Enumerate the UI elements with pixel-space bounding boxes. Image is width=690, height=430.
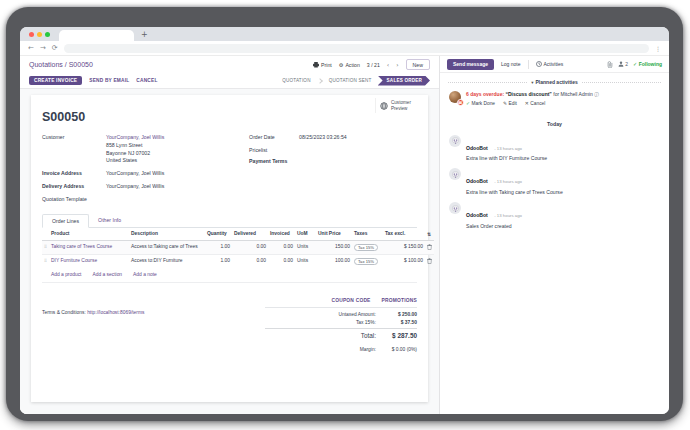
description-cell[interactable]: Access to:DIY Furniture <box>129 254 205 268</box>
col-taxes[interactable]: Taxes <box>352 228 383 241</box>
field-payment-terms: Payment Terms <box>249 158 417 164</box>
col-product[interactable]: Product <box>49 228 129 241</box>
trash-icon[interactable] <box>427 258 432 264</box>
field-label: Customer <box>42 134 106 165</box>
order-title: S00050 <box>42 110 417 124</box>
chatter-message[interactable]: OdooBot - 13 hours ago Extra line with T… <box>440 165 669 199</box>
paperclip-icon[interactable] <box>607 61 613 68</box>
mark-done-button[interactable]: ✓ Mark Done <box>466 101 495 106</box>
activities-button[interactable]: Activities <box>534 61 566 67</box>
new-button[interactable]: New <box>406 59 430 70</box>
add-a-section-link[interactable]: Add a section <box>92 272 122 277</box>
send-by-email-button[interactable]: SEND BY EMAIL <box>89 78 129 83</box>
coupon-code-button[interactable]: COUPON CODE <box>331 298 370 303</box>
print-button[interactable]: Print <box>313 62 332 68</box>
tax-badge[interactable]: Tax 15% <box>354 244 378 251</box>
log-note-button[interactable]: Log note <box>499 61 522 67</box>
product-cell[interactable]: DIY Furniture Course <box>51 258 97 263</box>
message-text: Extra line with Taking care of Trees Cou… <box>466 189 563 195</box>
chatter-message[interactable]: OdooBot - 13 hours ago Extra line with D… <box>440 132 669 166</box>
unit-price-cell[interactable]: 150.00 <box>316 240 352 254</box>
quantity-cell[interactable]: 1.00 <box>205 254 232 268</box>
create-invoice-button[interactable]: CREATE INVOICE <box>29 76 82 85</box>
col-invoiced[interactable]: Invoiced <box>268 228 295 241</box>
chevron-right-icon <box>317 78 323 84</box>
order-date-value[interactable]: 08/25/2023 03:26:54 <box>299 134 347 142</box>
notebook-tabs: Order Lines Other Info <box>42 214 417 228</box>
invoiced-cell[interactable]: 0.00 <box>268 254 295 268</box>
optional-columns-icon[interactable]: ⇅ <box>425 228 434 241</box>
divider <box>528 60 529 69</box>
customer-preview-button[interactable]: Customer Preview <box>375 98 421 113</box>
cancel-button[interactable]: CANCEL <box>136 78 157 83</box>
pager-next-icon[interactable]: › <box>396 61 398 68</box>
status-step-sales-order[interactable]: SALES ORDER <box>378 76 430 86</box>
table-row[interactable]: ⠿ Taking care of Trees Course Access to:… <box>42 240 434 254</box>
message-author[interactable]: OdooBot <box>466 145 488 151</box>
cancel-activity-button[interactable]: ✕ Cancel <box>525 101 545 106</box>
invoice-address-value[interactable]: YourCompany, Joel Willis <box>106 170 164 178</box>
customer-link[interactable]: YourCompany, Joel Willis <box>106 134 164 140</box>
maximize-window-icon[interactable] <box>45 32 50 37</box>
forward-icon[interactable]: → <box>40 45 46 52</box>
status-step-quotation[interactable]: QUOTATION <box>276 76 316 86</box>
address-bar[interactable] <box>64 44 649 53</box>
edit-activity-button[interactable]: ✎ Edit <box>503 101 517 106</box>
window-controls[interactable] <box>29 27 50 41</box>
send-message-button[interactable]: Send message <box>447 59 494 70</box>
message-timestamp: - 13 hours ago <box>494 213 522 218</box>
product-cell[interactable]: Taking care of Trees Course <box>51 244 112 249</box>
tab-order-lines[interactable]: Order Lines <box>42 214 89 228</box>
back-icon[interactable]: ← <box>28 45 34 52</box>
col-delivered[interactable]: Delivered <box>232 228 268 241</box>
tax-badge[interactable]: Tax 15% <box>354 258 378 265</box>
uom-cell[interactable]: Units <box>295 254 316 268</box>
delivered-cell[interactable]: 0.00 <box>232 240 268 254</box>
quantity-cell[interactable]: 1.00 <box>205 240 232 254</box>
unit-price-cell[interactable]: 100.00 <box>316 254 352 268</box>
status-step-quotation-sent[interactable]: QUOTATION SENT <box>323 76 378 86</box>
col-unit-price[interactable]: Unit Price <box>316 228 352 241</box>
uom-cell[interactable]: Units <box>295 240 316 254</box>
chatter-message[interactable]: OdooBot - 13 hours ago Sales Order creat… <box>440 199 669 233</box>
pager-prev-icon[interactable]: ‹ <box>387 61 389 68</box>
description-cell[interactable]: Access to:Taking care of Trees <box>129 240 205 254</box>
delivery-address-value[interactable]: YourCompany, Joel Willis <box>106 183 164 191</box>
trash-icon[interactable] <box>427 244 432 250</box>
promotions-button[interactable]: PROMOTIONS <box>382 298 417 303</box>
table-row[interactable]: ⠿ DIY Furniture Course Access to:DIY Fur… <box>42 254 434 268</box>
add-a-note-link[interactable]: Add a note <box>133 272 157 277</box>
minimize-window-icon[interactable] <box>37 32 42 37</box>
globe-icon <box>380 102 388 110</box>
terms-and-conditions: Terms & Conditions: http://localhost:806… <box>42 310 145 352</box>
planned-activities-header[interactable]: ▾ Planned activities <box>440 73 669 89</box>
drag-handle-icon[interactable]: ⠿ <box>44 258 47 263</box>
field-customer: Customer YourCompany, Joel Willis 858 Ly… <box>42 134 235 165</box>
col-uom[interactable]: UoM <box>295 228 316 241</box>
drag-handle-icon[interactable]: ⠿ <box>44 244 47 249</box>
device-frame: + ← → ⟳ ⋮ Quotations / S00050 Print <box>6 7 683 421</box>
order-lines-table: Product Description Quantity Delivered I… <box>42 228 434 268</box>
col-description[interactable]: Description <box>129 228 205 241</box>
add-a-product-link[interactable]: Add a product <box>51 272 81 277</box>
reload-icon[interactable]: ⟳ <box>52 45 58 52</box>
followers-button[interactable]: 2 <box>618 61 628 67</box>
action-button[interactable]: ⚙ Action <box>339 62 360 68</box>
info-icon[interactable]: ⓘ <box>594 92 599 97</box>
browser-tab[interactable] <box>59 30 134 41</box>
close-window-icon[interactable] <box>29 32 34 37</box>
col-tax-excl[interactable]: Tax excl. <box>383 228 425 241</box>
terms-link[interactable]: http://localhost:8069/terms <box>87 310 144 315</box>
message-author[interactable]: OdooBot <box>466 178 488 184</box>
following-button[interactable]: ✓ Following <box>633 61 662 67</box>
invoiced-cell[interactable]: 0.00 <box>268 240 295 254</box>
customer-preview-label: Customer Preview <box>391 100 417 111</box>
col-quantity[interactable]: Quantity <box>205 228 232 241</box>
delivered-cell[interactable]: 0.00 <box>232 254 268 268</box>
browser-menu-icon[interactable]: ⋮ <box>655 45 661 52</box>
field-order-date: Order Date 08/25/2023 03:26:54 <box>249 134 417 142</box>
new-tab-icon[interactable]: + <box>141 28 148 41</box>
message-author[interactable]: OdooBot <box>466 212 488 218</box>
tab-other-info[interactable]: Other Info <box>89 214 130 227</box>
breadcrumb[interactable]: Quotations / S00050 <box>29 61 93 68</box>
